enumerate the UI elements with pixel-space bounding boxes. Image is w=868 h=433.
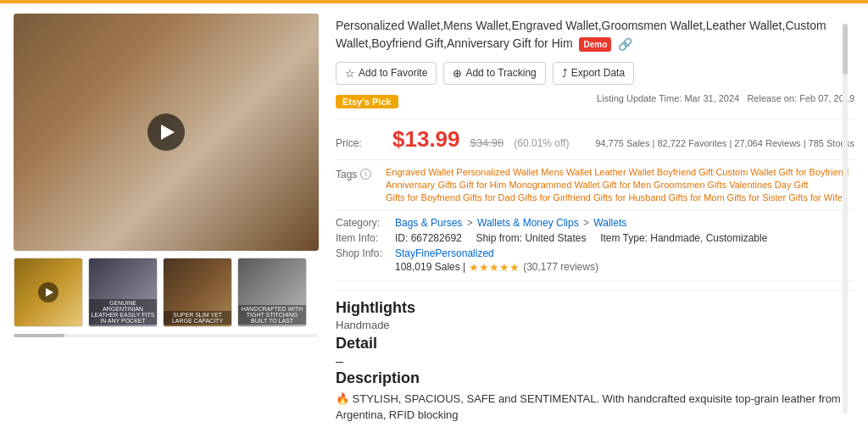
- original-price: $34.98: [470, 136, 504, 149]
- badge-listing-row: Etsy's Pick Listing Update Time: Mar 31,…: [336, 92, 854, 112]
- detail-title: Detail: [336, 335, 854, 353]
- tag-5[interactable]: Custom Wallet: [715, 167, 776, 177]
- price-discount: (60.01% off): [514, 137, 569, 149]
- tag-1[interactable]: Personalized Wallet: [456, 167, 538, 177]
- tracking-icon: ⊕: [453, 67, 462, 80]
- category-bags-link[interactable]: Bags & Purses: [395, 217, 462, 229]
- price-stats: 94,775 Sales | 82,722 Favorites | 27,064…: [595, 138, 854, 148]
- category-arrow-2: >: [583, 217, 592, 229]
- item-info-value: ID: 667282692 Ship from: United States I…: [395, 232, 767, 244]
- tag-12[interactable]: Valentines Day Gift: [729, 180, 808, 190]
- star-icon: ☆: [345, 67, 355, 80]
- shop-info-row: Shop Info: StayFinePersonalized 108,019 …: [336, 247, 854, 274]
- item-info-label: Item Info:: [336, 232, 395, 244]
- shop-stats-row: 108,019 Sales | ★★★★★ (30,177 reviews): [395, 261, 598, 274]
- item-info-row: Item Info: ID: 667282692 Ship from: Unit…: [336, 232, 854, 244]
- page-scrollbar[interactable]: [843, 24, 848, 414]
- shop-name-link[interactable]: StayFinePersonalized: [395, 247, 494, 259]
- tag-6[interactable]: Gift for Boyfriend: [779, 167, 849, 177]
- divider-2: [336, 159, 854, 160]
- tag-16[interactable]: Gifts for Husband: [593, 192, 666, 203]
- tag-15[interactable]: Gifts for Girlfriend: [518, 192, 591, 203]
- action-buttons-row: ☆ Add to Favorite ⊕ Add to Tracking ⤴ Ex…: [336, 62, 854, 85]
- tag-18[interactable]: Gifts for Sister: [727, 192, 787, 203]
- category-value: Bags & Purses > Wallets & Money Clips > …: [395, 217, 626, 229]
- thumbnail-1[interactable]: [14, 258, 83, 327]
- divider-3: [336, 209, 854, 210]
- description-text: 🔥 STYLISH, SPACIOUS, SAFE and SENTIMENTA…: [336, 391, 854, 424]
- item-id: ID: 667282692: [395, 232, 462, 244]
- category-arrow-1: >: [467, 217, 476, 229]
- product-image-column: GENUINE ARGENTINIAN LEATHER EASILY FITS …: [14, 14, 319, 424]
- thumbnail-gallery: GENUINE ARGENTINIAN LEATHER EASILY FITS …: [14, 258, 319, 327]
- category-row: Category: Bags & Purses > Wallets & Mone…: [336, 217, 854, 229]
- etsy-pick-badge: Etsy's Pick: [336, 95, 398, 108]
- thumb-label-3: SUPER SLIM YET LARGE CAPACITY: [164, 311, 231, 325]
- ship-from: Ship from: United States: [476, 232, 586, 244]
- listing-update-text: Listing Update Time: Mar 31, 2024: [597, 93, 739, 103]
- add-to-favorite-button[interactable]: ☆ Add to Favorite: [336, 62, 437, 85]
- tag-19[interactable]: Gifts for Wife: [788, 192, 843, 203]
- divider-4: [336, 280, 854, 281]
- tag-0[interactable]: Engraved Wallet: [386, 167, 453, 177]
- video-play-button[interactable]: [147, 114, 185, 151]
- price-row: Price: $13.99 $34.98 (60.01% off) 94,775…: [336, 126, 854, 153]
- shop-reviews: (30,177 reviews): [523, 261, 598, 273]
- shop-info-value: StayFinePersonalized 108,019 Sales | ★★★…: [395, 247, 598, 274]
- description-title: Description: [336, 369, 854, 387]
- add-to-tracking-button[interactable]: ⊕ Add to Tracking: [443, 62, 545, 85]
- product-title: Personalized Wallet,Mens Wallet,Engraved…: [336, 17, 854, 53]
- thumbnail-3[interactable]: SUPER SLIM YET LARGE CAPACITY: [163, 258, 232, 327]
- highlights-subtitle: Handmade: [336, 319, 854, 331]
- thumbnail-4[interactable]: HANDCRAFTED WITH TIGHT STITCHING BUILT T…: [237, 258, 307, 327]
- link-icon[interactable]: 🔗: [618, 36, 632, 53]
- item-type: Item Type: Handmade, Customizable: [600, 232, 767, 244]
- highlights-section: Hightlights Handmade Detail – Descriptio…: [336, 290, 854, 424]
- divider-1: [336, 119, 854, 119]
- export-data-button[interactable]: ⤴ Export Data: [553, 62, 634, 85]
- price-label: Price:: [336, 137, 382, 149]
- highlights-title: Hightlights: [336, 299, 854, 317]
- tags-row: Tags i Engraved WalletPersonalized Walle…: [336, 167, 854, 203]
- thumbnail-2[interactable]: GENUINE ARGENTINIAN LEATHER EASILY FITS …: [88, 258, 158, 327]
- current-price: $13.99: [392, 126, 460, 153]
- tag-17[interactable]: Gifts for Mom: [669, 192, 725, 203]
- category-wallets-sub-link[interactable]: Wallets: [593, 217, 626, 229]
- tag-13[interactable]: Gifts for Boyfriend: [386, 192, 460, 203]
- tag-2[interactable]: Mens Wallet: [541, 167, 592, 177]
- category-wallets-link[interactable]: Wallets & Money Clips: [477, 217, 579, 229]
- detail-dash: –: [336, 354, 854, 369]
- tag-7[interactable]: Anniversary Gifts: [386, 180, 457, 190]
- tags-label: Tags i: [336, 167, 382, 180]
- product-details-column: Personalized Wallet,Mens Wallet,Engraved…: [336, 14, 854, 424]
- shop-sales: 108,019 Sales |: [395, 261, 465, 273]
- demo-badge: Demo: [579, 37, 611, 52]
- thumb-label-2: GENUINE ARGENTINIAN LEATHER EASILY FITS …: [89, 299, 157, 325]
- shop-info-label: Shop Info:: [336, 247, 395, 259]
- shop-stars: ★★★★★: [469, 261, 520, 274]
- category-label: Category:: [336, 217, 395, 229]
- tags-container: Engraved WalletPersonalized WalletMens W…: [386, 167, 854, 203]
- tags-info-icon[interactable]: i: [360, 169, 371, 180]
- main-product-image[interactable]: [14, 14, 319, 251]
- tag-14[interactable]: Gifts for Dad: [463, 192, 515, 203]
- release-on-text: Release on: Feb 07, 2019: [747, 93, 854, 103]
- tag-9[interactable]: Monogrammed Wallet: [509, 180, 599, 190]
- tag-10[interactable]: Gift for Men: [603, 180, 651, 190]
- tag-3[interactable]: Leather Wallet: [594, 167, 654, 177]
- thumb-label-4: HANDCRAFTED WITH TIGHT STITCHING BUILT T…: [238, 305, 306, 325]
- image-scrollbar[interactable]: [14, 334, 319, 337]
- tag-11[interactable]: Groomsmen Gifts: [654, 180, 726, 190]
- scrollbar-thumb[interactable]: [843, 24, 848, 75]
- export-icon: ⤴: [562, 67, 568, 80]
- tag-8[interactable]: Gift for Him: [459, 180, 507, 190]
- listing-info: Listing Update Time: Mar 31, 2024 Releas…: [597, 93, 854, 103]
- tag-4[interactable]: Boyfriend Gift: [657, 167, 714, 177]
